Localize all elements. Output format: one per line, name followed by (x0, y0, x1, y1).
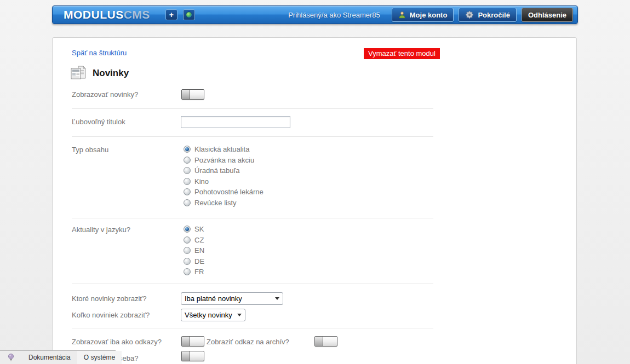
radio-option-de[interactable]: DE (184, 256, 204, 267)
radio-option-revucke-listy[interactable]: Revúcke listy (184, 198, 264, 209)
radio-icon[interactable] (184, 247, 191, 254)
footer-tab-dokumentacia[interactable]: Dokumentácia (22, 351, 77, 364)
divider (72, 284, 433, 284)
add-module-button[interactable]: + (165, 9, 177, 20)
radio-icon[interactable] (184, 199, 191, 206)
links-only-toggle[interactable] (181, 336, 204, 346)
toggle-knob (315, 337, 323, 346)
radio-option-fr[interactable]: FR (184, 267, 204, 278)
divider (72, 136, 433, 137)
advanced-label: Pokročilé (478, 11, 510, 19)
chevron-down-icon (237, 314, 242, 316)
divider (72, 218, 433, 218)
radio-icon[interactable] (184, 268, 191, 275)
radio-icon[interactable] (184, 157, 191, 164)
which-news-value: Iba platné novinky (185, 294, 242, 303)
lightbulb-icon (8, 353, 14, 362)
my-account-label: Moje konto (410, 11, 448, 19)
logo-secondary: CMS (124, 8, 150, 21)
plus-icon: + (169, 10, 174, 19)
radio-icon[interactable] (184, 178, 191, 185)
display-news-toggle[interactable] (181, 89, 204, 100)
radio-icon[interactable] (184, 226, 191, 233)
which-news-select[interactable]: Iba platné novinky (181, 292, 283, 305)
page-title: Novinky (93, 68, 129, 79)
radio-option-cz[interactable]: CZ (184, 235, 204, 246)
logo-primary: MODULUS (64, 8, 124, 21)
header-bar: MODULUSCMS + Prihlásený/a ako Streamer85… (52, 5, 578, 24)
gears-icon (465, 10, 474, 19)
how-many-label: Koľko noviniek zobraziť? (72, 311, 150, 319)
toggle-knob (182, 90, 190, 99)
delete-module-button[interactable]: Vymazať tento modul (364, 48, 440, 59)
footer-tab-o-systeme[interactable]: O systéme (77, 351, 122, 364)
logout-label: Odhlásenie (528, 11, 566, 19)
which-news-label: Ktoré novinky zobraziť? (72, 294, 146, 303)
login-status: Prihlásený/a ako Streamer85 (288, 11, 380, 19)
radio-option-sk[interactable]: SK (184, 224, 204, 235)
custom-title-input[interactable] (181, 116, 290, 128)
divider (72, 328, 433, 328)
content-type-label: Typ obsahu (72, 146, 108, 154)
help-bulb-button[interactable] (0, 351, 22, 364)
content-panel: Späť na štruktúru Vymazať tento modul No… (52, 37, 577, 364)
partial-row-label: seba? (119, 354, 138, 362)
radio-icon[interactable] (184, 188, 191, 195)
how-many-value: Všetky novinky (185, 311, 232, 319)
content-type-radio-group: Klasická aktualita Pozvánka na akciu Úra… (184, 144, 264, 208)
logout-button[interactable]: Odhlásenie (522, 8, 573, 22)
archive-link-label: Zobraziť odkaz na archív? (207, 338, 289, 346)
language-label: Aktuality v jazyku? (72, 226, 130, 234)
page-title-row: Novinky (70, 65, 129, 82)
radio-icon[interactable] (184, 258, 191, 265)
radio-option-klasicka-aktualita[interactable]: Klasická aktualita (184, 144, 264, 155)
radio-option-en[interactable]: EN (184, 245, 204, 256)
radio-option-kino[interactable]: Kino (184, 176, 264, 187)
globe-icon (186, 11, 192, 18)
language-button[interactable] (183, 9, 195, 20)
links-only-label: Zobrazovať iba ako odkazy? (72, 338, 162, 346)
radio-option-uradna-tabula[interactable]: Úradná tabuľa (184, 165, 264, 176)
divider (72, 108, 433, 109)
radio-icon[interactable] (184, 236, 191, 244)
app-logo: MODULUSCMS (64, 8, 150, 21)
toggle-knob (182, 337, 190, 346)
my-account-button[interactable]: Moje konto (392, 8, 454, 22)
radio-icon[interactable] (184, 167, 191, 174)
chevron-down-icon (275, 297, 279, 300)
back-to-structure-link[interactable]: Späť na štruktúru (72, 49, 127, 57)
partial-row-toggle[interactable] (181, 351, 204, 361)
user-icon (398, 11, 406, 19)
toggle-knob (182, 351, 190, 361)
radio-icon[interactable] (184, 146, 191, 153)
footer-bar: Dokumentácia O systéme (0, 350, 116, 364)
radio-option-pozvanka-na-akciu[interactable]: Pozvánka na akciu (184, 155, 264, 166)
language-radio-group: SK CZ EN DE FR (184, 224, 204, 278)
how-many-select[interactable]: Všetky novinky (181, 309, 245, 321)
display-news-label: Zobrazovať novinky? (72, 90, 138, 99)
archive-link-toggle[interactable] (314, 336, 337, 346)
radio-option-pohotovostne-lekarne[interactable]: Pohotovostné lekárne (184, 187, 264, 198)
newspaper-icon (70, 65, 87, 82)
custom-title-label: Ľubovoľný titulok (72, 118, 125, 126)
advanced-button[interactable]: Pokročilé (459, 8, 517, 22)
